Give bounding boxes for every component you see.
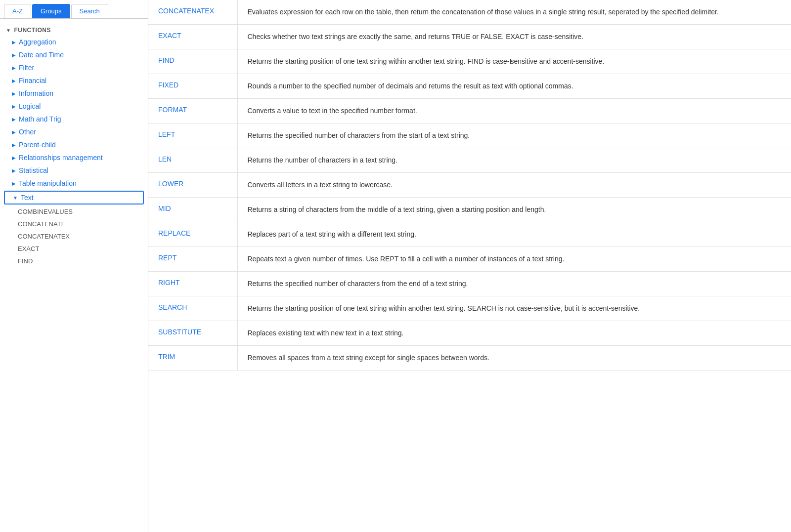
function-description: Returns the starting position of one tex… bbox=[237, 296, 791, 321]
sidebar-item-information[interactable]: ▶ Information bbox=[0, 87, 148, 100]
sidebar-item-logical[interactable]: ▶ Logical bbox=[0, 100, 148, 113]
function-description: Checks whether two text strings are exac… bbox=[237, 25, 791, 49]
table-row: LEFTReturns the specified number of char… bbox=[148, 123, 791, 148]
table-row: EXACTChecks whether two text strings are… bbox=[148, 25, 791, 49]
sidebar-item-mathtrig[interactable]: ▶ Math and Trig bbox=[0, 113, 148, 125]
arrow-icon: ▶ bbox=[12, 155, 16, 161]
arrow-icon: ▶ bbox=[12, 104, 16, 109]
function-description: Rounds a number to the specified number … bbox=[237, 74, 791, 99]
tab-bar: A-Z Groups Search bbox=[0, 0, 148, 19]
functions-section-header: ▼ FUNCTIONS bbox=[0, 25, 148, 36]
function-name[interactable]: REPLACE bbox=[148, 222, 237, 247]
table-row: MIDReturns a string of characters from t… bbox=[148, 198, 791, 222]
function-name[interactable]: LEN bbox=[148, 148, 237, 173]
arrow-icon: ▶ bbox=[12, 168, 16, 173]
sub-item-concatenatex[interactable]: CONCATENATEX bbox=[0, 230, 148, 243]
sub-item-find[interactable]: FIND bbox=[0, 255, 148, 267]
sidebar-item-datetime[interactable]: ▶ Date and Time bbox=[0, 48, 148, 61]
arrow-icon: ▶ bbox=[12, 52, 16, 58]
arrow-down-icon: ▼ bbox=[13, 195, 18, 201]
sub-item-exact[interactable]: EXACT bbox=[0, 243, 148, 255]
arrow-icon: ▶ bbox=[12, 65, 16, 71]
function-name[interactable]: FIXED bbox=[148, 74, 237, 99]
table-row: TRIMRemoves all spaces from a text strin… bbox=[148, 346, 791, 370]
sidebar-content: ▼ FUNCTIONS ▶ Aggregation ▶ Date and Tim… bbox=[0, 19, 148, 532]
function-description: Converts a value to text in the specifie… bbox=[237, 99, 791, 123]
sidebar-item-other[interactable]: ▶ Other bbox=[0, 125, 148, 138]
function-description: Returns the number of characters in a te… bbox=[237, 148, 791, 173]
function-name[interactable]: LOWER bbox=[148, 173, 237, 198]
sidebar-item-statistical[interactable]: ▶ Statistical bbox=[0, 164, 148, 177]
function-description: Replaces part of a text string with a di… bbox=[237, 222, 791, 247]
sidebar-item-aggregation[interactable]: ▶ Aggregation bbox=[0, 36, 148, 48]
sidebar-item-financial[interactable]: ▶ Financial bbox=[0, 74, 148, 87]
sidebar-item-parentchild[interactable]: ▶ Parent-child bbox=[0, 138, 148, 151]
function-name[interactable]: FIND bbox=[148, 49, 237, 74]
function-description: Returns the starting position of one tex… bbox=[237, 49, 791, 74]
main-content: CONCATENATEXEvaluates expression for eac… bbox=[148, 0, 791, 532]
arrow-icon: ▶ bbox=[12, 142, 16, 148]
function-name[interactable]: FORMAT bbox=[148, 99, 237, 123]
tab-groups[interactable]: Groups bbox=[32, 4, 70, 18]
sidebar-item-filter[interactable]: ▶ Filter bbox=[0, 61, 148, 74]
table-row: LENReturns the number of characters in a… bbox=[148, 148, 791, 173]
tab-az[interactable]: A-Z bbox=[4, 4, 31, 18]
function-name[interactable]: LEFT bbox=[148, 123, 237, 148]
function-name[interactable]: EXACT bbox=[148, 25, 237, 49]
table-row: LOWERConverts all letters in a text stri… bbox=[148, 173, 791, 198]
sidebar-item-relationships[interactable]: ▶ Relationships management bbox=[0, 151, 148, 164]
text-cursor: I bbox=[509, 56, 510, 67]
sub-item-combinevalues[interactable]: COMBINEVALUES bbox=[0, 205, 148, 218]
function-description: Returns the specified number of characte… bbox=[237, 272, 791, 296]
function-description: Converts all letters in a text string to… bbox=[237, 173, 791, 198]
function-description: Evaluates expression for each row on the… bbox=[237, 0, 791, 25]
table-row: SEARCHReturns the starting position of o… bbox=[148, 296, 791, 321]
function-name[interactable]: SEARCH bbox=[148, 296, 237, 321]
function-name[interactable]: MID bbox=[148, 198, 237, 222]
function-name[interactable]: REPT bbox=[148, 247, 237, 272]
sidebar: A-Z Groups Search ▼ FUNCTIONS ▶ Aggregat… bbox=[0, 0, 148, 532]
table-row: RIGHTReturns the specified number of cha… bbox=[148, 272, 791, 296]
table-row: CONCATENATEXEvaluates expression for eac… bbox=[148, 0, 791, 25]
arrow-icon: ▶ bbox=[12, 129, 16, 135]
table-row: FORMATConverts a value to text in the sp… bbox=[148, 99, 791, 123]
table-row: REPLACEReplaces part of a text string wi… bbox=[148, 222, 791, 247]
tab-search[interactable]: Search bbox=[71, 4, 108, 18]
function-name[interactable]: RIGHT bbox=[148, 272, 237, 296]
sidebar-item-text[interactable]: ▼ Text bbox=[4, 191, 144, 205]
arrow-icon: ▶ bbox=[12, 117, 16, 122]
function-description: Replaces existing text with new text in … bbox=[237, 321, 791, 346]
function-description: Repeats text a given number of times. Us… bbox=[237, 247, 791, 272]
functions-table: CONCATENATEXEvaluates expression for eac… bbox=[148, 0, 791, 370]
arrow-icon: ▶ bbox=[12, 78, 16, 83]
arrow-icon: ▶ bbox=[12, 181, 16, 186]
table-row: SUBSTITUTEReplaces existing text with ne… bbox=[148, 321, 791, 346]
sidebar-item-tablemanip[interactable]: ▶ Table manipulation bbox=[0, 177, 148, 190]
function-description: Returns a string of characters from the … bbox=[237, 198, 791, 222]
function-name[interactable]: SUBSTITUTE bbox=[148, 321, 237, 346]
function-description: Returns the specified number of characte… bbox=[237, 123, 791, 148]
sub-item-concatenate[interactable]: CONCATENATE bbox=[0, 218, 148, 230]
arrow-icon: ▶ bbox=[12, 91, 16, 96]
function-name[interactable]: TRIM bbox=[148, 346, 237, 370]
function-name[interactable]: CONCATENATEX bbox=[148, 0, 237, 25]
table-row: REPTRepeats text a given number of times… bbox=[148, 247, 791, 272]
section-triangle-icon: ▼ bbox=[6, 28, 11, 33]
arrow-icon: ▶ bbox=[12, 40, 16, 45]
function-description: Removes all spaces from a text string ex… bbox=[237, 346, 791, 370]
table-row: FINDReturns the starting position of one… bbox=[148, 49, 791, 74]
table-row: FIXEDRounds a number to the specified nu… bbox=[148, 74, 791, 99]
